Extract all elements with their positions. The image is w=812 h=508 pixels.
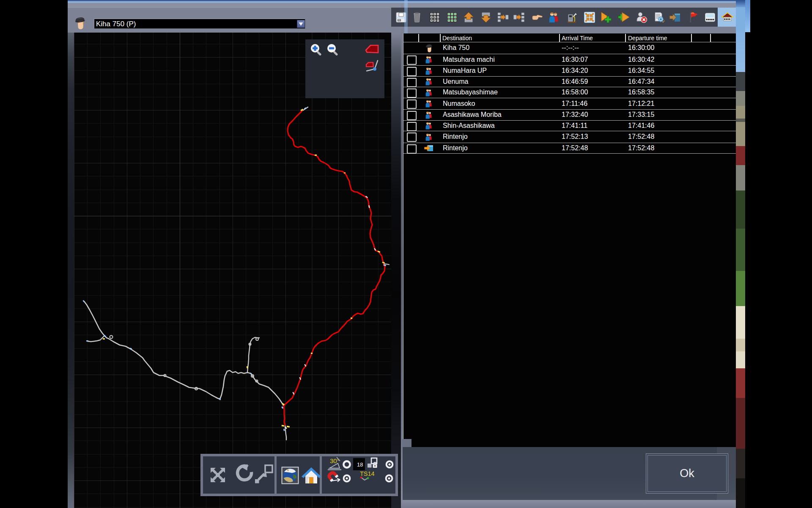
svg-text:TS14: TS14 [360,470,375,477]
svg-text:18: 18 [357,461,363,468]
